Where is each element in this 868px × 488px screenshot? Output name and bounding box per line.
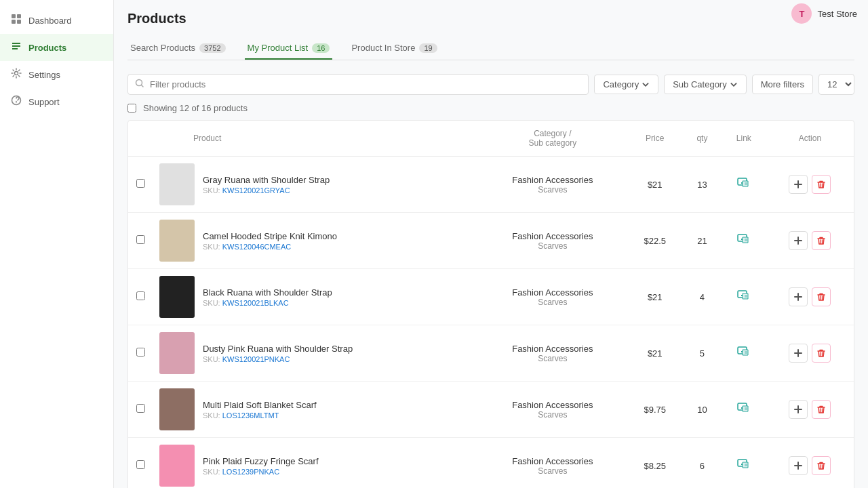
category-name: Fashion Accessories (485, 456, 620, 466)
category-name: Fashion Accessories (485, 231, 620, 241)
th-price: Price (627, 121, 683, 157)
row-checkbox[interactable] (136, 348, 145, 357)
product-cell: Multi Plaid Soft Blanket Scarf SKU: LOS1… (153, 382, 478, 438)
link-icon[interactable] (736, 236, 751, 249)
qty-cell: 21 (683, 213, 722, 269)
delete-button[interactable] (812, 231, 831, 250)
select-all-checkbox[interactable] (127, 104, 136, 113)
add-button[interactable] (789, 344, 808, 363)
delete-button[interactable] (812, 456, 831, 475)
qty-cell: 13 (683, 157, 722, 213)
product-name: Camel Hooded Stripe Knit Kimono (203, 231, 337, 241)
add-button[interactable] (789, 231, 808, 250)
delete-button[interactable] (812, 175, 831, 194)
tab-label: My Product List (248, 43, 309, 53)
delete-button[interactable] (812, 344, 831, 363)
add-button[interactable] (789, 456, 808, 475)
product-details: Dusty Pink Ruana with Shoulder Strap SKU… (203, 344, 353, 363)
action-buttons (773, 400, 847, 419)
sku-value: LOS1239PNKAC (222, 468, 279, 476)
search-input[interactable] (150, 79, 581, 89)
row-checkbox[interactable] (136, 460, 145, 469)
table-row: Dusty Pink Ruana with Shoulder Strap SKU… (128, 325, 854, 382)
svg-rect-18 (741, 464, 743, 465)
add-button[interactable] (789, 175, 808, 194)
delete-button[interactable] (812, 287, 831, 306)
svg-rect-2 (12, 20, 16, 24)
product-info: Camel Hooded Stripe Knit Kimono SKU: KWS… (159, 220, 471, 262)
more-filters-button[interactable]: More filters (752, 75, 813, 94)
th-qty: qty (683, 121, 722, 157)
sidebar-item-support[interactable]: Support (0, 88, 113, 115)
sku-value: KWS120021GRYAC (222, 186, 290, 195)
link-icon[interactable] (736, 405, 751, 418)
action-cell (766, 325, 854, 382)
price-value: $21 (648, 292, 663, 302)
subcategory-label: Sub Category (673, 79, 727, 89)
product-thumbnail (159, 163, 195, 205)
product-thumbnail (159, 445, 195, 487)
price-cell: $9.75 (627, 382, 683, 438)
svg-rect-3 (17, 20, 21, 24)
delete-button[interactable] (812, 400, 831, 419)
table-row: Multi Plaid Soft Blanket Scarf SKU: LOS1… (128, 382, 854, 438)
svg-rect-8 (741, 182, 743, 184)
tab-my-product-list[interactable]: My Product List 16 (245, 37, 333, 60)
category-cell: Fashion Accessories Scarves (478, 325, 627, 382)
category-cell: Fashion Accessories Scarves (478, 269, 627, 325)
subcategory-name: Scarves (485, 185, 620, 195)
product-name: Black Ruana with Shoulder Strap (203, 287, 332, 298)
row-checkbox-cell (128, 213, 153, 269)
row-checkbox[interactable] (136, 235, 145, 244)
svg-rect-1 (17, 14, 21, 18)
product-cell: Camel Hooded Stripe Knit Kimono SKU: KWS… (153, 213, 478, 269)
action-cell (766, 269, 854, 325)
product-name: Pink Plaid Fuzzy Fringe Scarf (203, 456, 319, 466)
th-action: Action (766, 121, 854, 157)
row-checkbox-cell (128, 157, 153, 213)
product-cell: Dusty Pink Ruana with Shoulder Strap SKU… (153, 325, 478, 382)
category-cell: Fashion Accessories Scarves (478, 213, 627, 269)
tab-label: Product In Store (351, 43, 415, 53)
action-cell (766, 438, 854, 489)
subcategory-filter-button[interactable]: Sub Category (664, 75, 747, 94)
product-sku: SKU: KWS120021BLKAC (203, 299, 332, 307)
row-checkbox[interactable] (136, 404, 145, 413)
link-icon[interactable] (736, 292, 751, 306)
product-thumbnail (159, 388, 195, 430)
product-info: Gray Ruana with Shoulder Strap SKU: KWS1… (159, 163, 471, 205)
tab-search-products[interactable]: Search Products 3752 (127, 37, 229, 60)
product-sku: SKU: LOS1236MLTMT (203, 411, 317, 420)
row-checkbox[interactable] (136, 291, 145, 300)
per-page-select[interactable]: 12 24 48 (818, 74, 854, 95)
sku-value: KWS120046CMEAC (222, 243, 292, 251)
row-checkbox[interactable] (136, 179, 145, 188)
price-cell: $21 (627, 157, 683, 213)
sidebar-item-products[interactable]: Products (0, 34, 113, 61)
main-content: T Test Store Products Search Products 37… (114, 0, 868, 488)
sku-value: LOS1236MLTMT (222, 411, 279, 420)
link-cell (722, 213, 766, 269)
product-info: Multi Plaid Soft Blanket Scarf SKU: LOS1… (159, 388, 471, 430)
sidebar-item-dashboard[interactable]: Dashboard (0, 7, 113, 34)
category-filter-button[interactable]: Category (594, 75, 658, 94)
price-cell: $8.25 (627, 438, 683, 489)
link-cell (722, 157, 766, 213)
product-info: Pink Plaid Fuzzy Fringe Scarf SKU: LOS12… (159, 445, 471, 487)
product-info: Dusty Pink Ruana with Shoulder Strap SKU… (159, 332, 471, 374)
add-button[interactable] (789, 400, 808, 419)
add-button[interactable] (789, 287, 808, 306)
qty-value: 4 (700, 292, 705, 302)
tab-product-in-store[interactable]: Product In Store 19 (349, 37, 439, 60)
tab-label: Search Products (130, 43, 195, 53)
action-buttons (773, 456, 847, 475)
link-icon[interactable] (736, 461, 751, 474)
row-checkbox-cell (128, 382, 153, 438)
avatar: T (791, 3, 812, 24)
link-icon[interactable] (736, 348, 751, 362)
sidebar-item-settings[interactable]: Settings (0, 61, 113, 88)
link-cell (722, 269, 766, 325)
action-buttons (773, 175, 847, 194)
product-cell: Pink Plaid Fuzzy Fringe Scarf SKU: LOS12… (153, 438, 478, 489)
link-icon[interactable] (736, 180, 751, 193)
